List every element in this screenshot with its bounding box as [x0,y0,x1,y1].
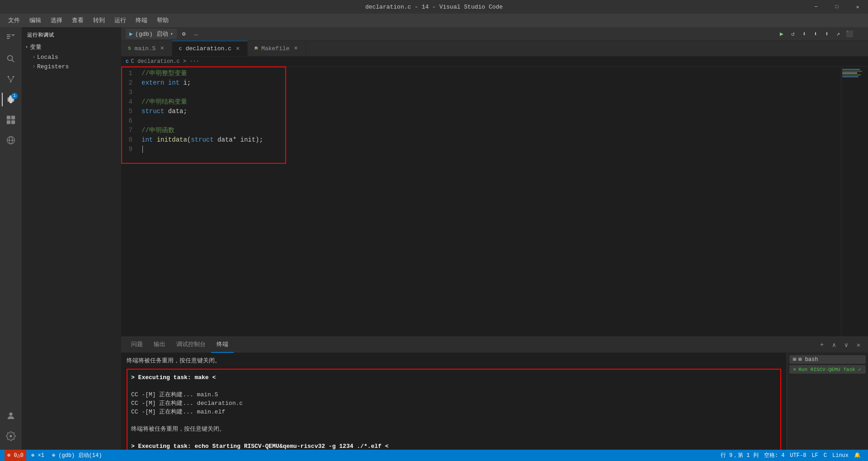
debug-continue-btn[interactable]: ▶ [777,29,787,39]
panel-tab-terminal[interactable]: 终端 [211,337,234,353]
code-editor[interactable]: 1 //申明整型变量 2 extern int i; 3 4 //申明结构变量 … [121,67,841,337]
bash-label[interactable]: ⊞ ⊞ bash [789,355,866,364]
status-launch[interactable]: ⊕ (gdb) 启动(14) [49,450,104,461]
debug-launch-label: (gdb) 启动 [135,30,168,38]
status-right: 行 9，第 1 列 空格: 4 UTF-8 LF C Linux 🔔 [718,450,863,461]
svg-line-5 [9,77,11,81]
sidebar-locals-row[interactable]: › Locals [22,52,121,62]
term-line-empty2 [131,416,777,425]
close-button[interactable]: ✕ [847,0,868,14]
tab-makefile-close[interactable]: × [293,44,298,53]
term-line-empty3 [131,433,777,442]
svg-line-6 [11,77,14,81]
terminal-panel-right: ⊞ ⊞ bash ✕ Run RISCV-QEMU Task ✓ [787,353,868,450]
menubar: 文件 编辑 选择 查看 转到 运行 终端 帮助 [0,14,868,27]
svg-rect-7 [7,116,10,119]
panel-controls: + ∧ ∨ ✕ [817,340,863,350]
code-line-1: 1 //申明整型变量 [121,69,841,78]
debug-restart-btn[interactable]: ↺ [788,29,798,39]
menu-file[interactable]: 文件 [5,14,24,26]
panel-tab-output[interactable]: 输出 [148,337,171,353]
menu-goto[interactable]: 转到 [90,14,108,26]
activity-bar: 1 [0,27,22,450]
menu-view[interactable]: 查看 [68,14,87,26]
tab-declaration-c-close[interactable]: × [235,44,241,53]
activity-search[interactable] [2,50,20,68]
registers-arrow: › [33,64,35,69]
tab-makefile[interactable]: M Makefile × [248,41,306,57]
term-line-1: > Executing task: make < [131,373,777,382]
code-line-6: 6 [121,116,841,126]
status-errors[interactable]: ⊗ 0△0 [5,450,26,461]
title-text: declaration.c - 14 - Visual Studio Code [365,4,503,10]
status-debug-count[interactable]: ⊕ ×1 [28,450,47,461]
errors-text: ⊗ 0△0 [7,452,24,459]
sidebar-registers-row[interactable]: › Registers [22,62,121,71]
notifications-icon: 🔔 [854,452,861,459]
debug-step-back-btn[interactable]: ↗ [833,29,843,39]
menu-help[interactable]: 帮助 [153,14,172,26]
spaces-text: 空格: 4 [764,451,785,459]
activity-extensions[interactable] [2,111,20,129]
locals-arrow: › [33,55,35,60]
variables-arrow: ▾ [25,44,28,50]
menu-terminal[interactable]: 终端 [132,14,151,26]
tab-main-s[interactable]: S main.S × [121,41,172,57]
status-lang[interactable]: C [821,450,830,461]
launch-text: ⊕ (gdb) 启动(14) [52,451,102,459]
bottom-panel: 问题 输出 调试控制台 终端 + ∧ ∨ ✕ 终端将被任务重用，按任意键关闭。 … [121,337,868,450]
activity-remote[interactable] [2,131,20,149]
panel-tab-debug-console[interactable]: 调试控制台 [171,337,211,353]
tab-declaration-c[interactable]: C declaration.c × [172,41,248,57]
svg-line-1 [12,60,14,62]
code-line-5: 5 struct data; [121,107,841,116]
maximize-button[interactable]: □ [826,0,847,14]
activity-settings[interactable] [2,427,20,445]
svg-rect-10 [11,120,15,124]
code-line-7: 7 //申明函数 [121,126,841,135]
debug-more-btn[interactable]: … [191,29,201,39]
status-line-ending[interactable]: LF [809,450,821,461]
minimize-button[interactable]: ─ [806,0,826,14]
terminal-highlight-block: > Executing task: make < CC -[M] 正在构建...… [127,369,781,450]
activity-source-control[interactable] [2,70,20,88]
panel-add-btn[interactable]: + [817,340,827,350]
activity-account[interactable] [2,407,20,425]
panel-close-btn[interactable]: ✕ [854,340,863,350]
terminal-content[interactable]: 终端将被任务重用，按任意键关闭。 > Executing task: make … [121,353,787,450]
status-os[interactable]: Linux [830,450,851,461]
tab-bar: S main.S × C declaration.c × M Makefile … [121,41,868,57]
registers-label: Registers [37,63,69,70]
debug-stop-btn[interactable]: ⬛ [844,29,854,39]
riscv-task-label[interactable]: ✕ Run RISCV-QEMU Task ✓ [789,365,866,374]
code-line-3: 3 [121,88,841,97]
editor-with-minimap: 1 //申明整型变量 2 extern int i; 3 4 //申明结构变量 … [121,67,868,337]
panel-chevron-down-btn[interactable]: ∨ [841,340,851,350]
breadcrumb-text: C declaration.c > ··· [131,58,199,65]
main-layout: 1 运行和调试 ▾ 变量 › Locals [0,27,868,450]
status-row-col[interactable]: 行 9，第 1 列 [718,450,761,461]
debug-step-over-btn[interactable]: ⬇ [799,29,809,39]
menu-select[interactable]: 选择 [47,14,66,26]
debug-settings-btn[interactable]: ⚙ [179,29,189,39]
status-encoding[interactable]: UTF-8 [787,450,809,461]
svg-point-0 [8,56,13,61]
menu-run[interactable]: 运行 [111,14,130,26]
activity-debug[interactable]: 1 [2,90,20,109]
term-line-4: CC -[M] 正在构建... main.elf [131,408,777,416]
activity-explorer[interactable] [2,29,20,48]
line-ending-text: LF [811,452,818,459]
status-spaces[interactable]: 空格: 4 [761,450,788,461]
debug-launch-config[interactable]: ▶ (gdb) 启动 ▾ [126,29,177,39]
code-line-4: 4 //申明结构变量 [121,97,841,107]
status-notifications[interactable]: 🔔 [851,450,863,461]
debug-step-into-btn[interactable]: ⬇ [811,29,821,39]
tab-main-s-close[interactable]: × [159,44,165,53]
menu-edit[interactable]: 编辑 [26,14,45,26]
debug-step-out-btn[interactable]: ⬆ [822,29,832,39]
debug-toolbar: ▶ (gdb) 启动 ▾ ⚙ … ▶ ↺ ⬇ ⬇ ⬆ ↗ ⬛ [121,27,868,41]
code-line-9: 9 [121,145,841,154]
sidebar-variables-row[interactable]: ▾ 变量 [22,42,121,52]
panel-tab-problems[interactable]: 问题 [126,337,148,353]
panel-chevron-up-btn[interactable]: ∧ [829,340,839,350]
